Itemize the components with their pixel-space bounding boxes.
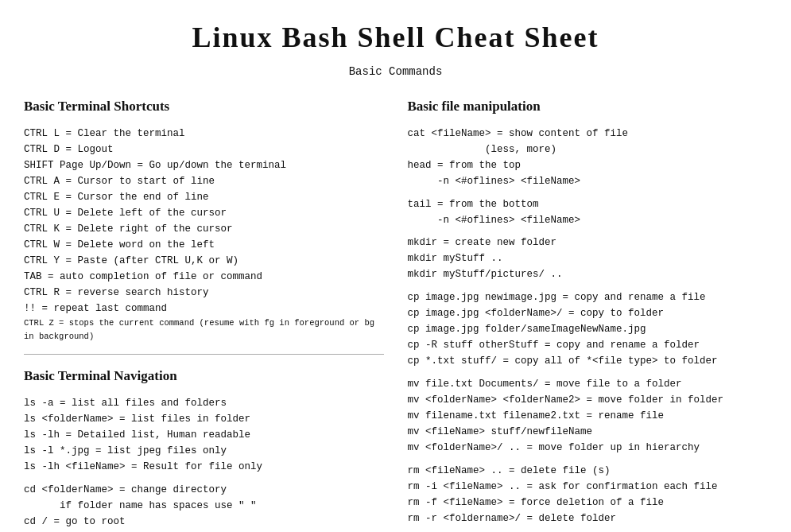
navigation-line: if folder name has spaces use " " [24, 498, 384, 514]
navigation-line: ls -a = list all files and folders [24, 395, 384, 411]
shortcuts-line: CTRL Z = stops the current command (resu… [24, 316, 384, 344]
filemanip-line [408, 282, 768, 289]
filemanip-line: rm -i <fileName> .. = ask for confirmati… [408, 479, 768, 495]
navigation-line: ls <folderName> = list files in folder [24, 411, 384, 427]
filemanip-line: cp *.txt stuff/ = copy all of *<file typ… [408, 353, 768, 369]
filemanip-line: rm -r <foldername>/ = delete folder [408, 511, 768, 526]
filemanip-line: mv filename.txt filename2.txt = rename f… [408, 408, 768, 424]
shortcuts-line: CTRL R = reverse search history [24, 285, 384, 301]
filemanip-line [408, 228, 768, 235]
filemanip-section-title: Basic file manipulation [408, 96, 768, 117]
navigation-line: ls -l *.jpg = list jpeg files only [24, 443, 384, 459]
filemanip-line: cp -R stuff otherStuff = copy and rename… [408, 337, 768, 353]
filemanip-line [408, 526, 768, 532]
filemanip-line [408, 456, 768, 463]
filemanip-line [408, 369, 768, 376]
right-column: Basic file manipulation cat <fileName> =… [408, 96, 768, 532]
filemanip-line: tail = from the bottom [408, 196, 768, 212]
shortcuts-line: SHIFT Page Up/Down = Go up/down the term… [24, 157, 384, 173]
navigation-line: ls -lh = Detailed list, Human readable [24, 427, 384, 443]
navigation-line [24, 475, 384, 482]
navigation-line: cd / = go to root [24, 514, 384, 530]
shortcuts-line: CTRL A = Cursor to start of line [24, 173, 384, 189]
filemanip-line: mv <folderName> <folderName2> = move fol… [408, 392, 768, 408]
filemanip-line: cat <fileName> = show content of file [408, 126, 768, 142]
shortcuts-section-title: Basic Terminal Shortcuts [24, 96, 384, 117]
left-column: Basic Terminal Shortcuts CTRL L = Clear … [24, 96, 384, 532]
filemanip-line: mkdir myStuff/pictures/ .. [408, 266, 768, 282]
shortcuts-line: CTRL L = Clear the terminal [24, 126, 384, 142]
filemanip-line: head = from the top [408, 157, 768, 173]
filemanip-line: mkdir myStuff .. [408, 250, 768, 266]
filemanip-content: cat <fileName> = show content of file (l… [408, 126, 768, 532]
navigation-section-title: Basic Terminal Navigation [24, 366, 384, 386]
shortcuts-line: CTRL D = Logout [24, 142, 384, 157]
shortcuts-line: CTRL W = Delete word on the left [24, 237, 384, 253]
page-subtitle: Basic Commands [24, 64, 767, 81]
page-title: Linux Bash Shell Cheat Sheet [24, 16, 767, 60]
shortcuts-line: !! = repeat last command [24, 301, 384, 316]
shortcuts-line: CTRL E = Cursor the end of line [24, 189, 384, 205]
filemanip-line: cp image.jpg newimage.jpg = copy and ren… [408, 289, 768, 305]
filemanip-line: rm -f <fileName> = force deletion of a f… [408, 495, 768, 511]
filemanip-line: -n <#oflines> <fileName> [408, 173, 768, 189]
filemanip-line: cp image.jpg <folderName>/ = copy to fol… [408, 305, 768, 321]
filemanip-line [408, 189, 768, 196]
shortcuts-line: CTRL K = Delete right of the cursor [24, 221, 384, 237]
filemanip-line: mv file.txt Documents/ = move file to a … [408, 376, 768, 392]
shortcuts-line: CTRL Y = Paste (after CTRL U,K or W) [24, 253, 384, 269]
filemanip-line: (less, more) [408, 142, 768, 157]
shortcuts-content: CTRL L = Clear the terminalCTRL D = Logo… [24, 126, 384, 344]
navigation-line: ls -lh <fileName> = Result for file only [24, 459, 384, 475]
navigation-line: cd <folderName> = change directory [24, 482, 384, 498]
filemanip-line: rm <fileName> .. = delete file (s) [408, 463, 768, 479]
shortcuts-line: CTRL U = Delete left of the cursor [24, 205, 384, 221]
shortcuts-line: TAB = auto completion of file or command [24, 269, 384, 285]
filemanip-line: mkdir = create new folder [408, 235, 768, 250]
navigation-content: ls -a = list all files and foldersls <fo… [24, 395, 384, 532]
filemanip-line: cp image.jpg folder/sameImageNewName.jpg [408, 321, 768, 337]
filemanip-line: mv <fileName> stuff/newfileName [408, 424, 768, 440]
filemanip-line: mv <folderName>/ .. = move folder up in … [408, 440, 768, 456]
navigation-line: cd .. = go up one folder, tip: ../../.. [24, 530, 384, 532]
filemanip-line: -n <#oflines> <fileName> [408, 212, 768, 228]
